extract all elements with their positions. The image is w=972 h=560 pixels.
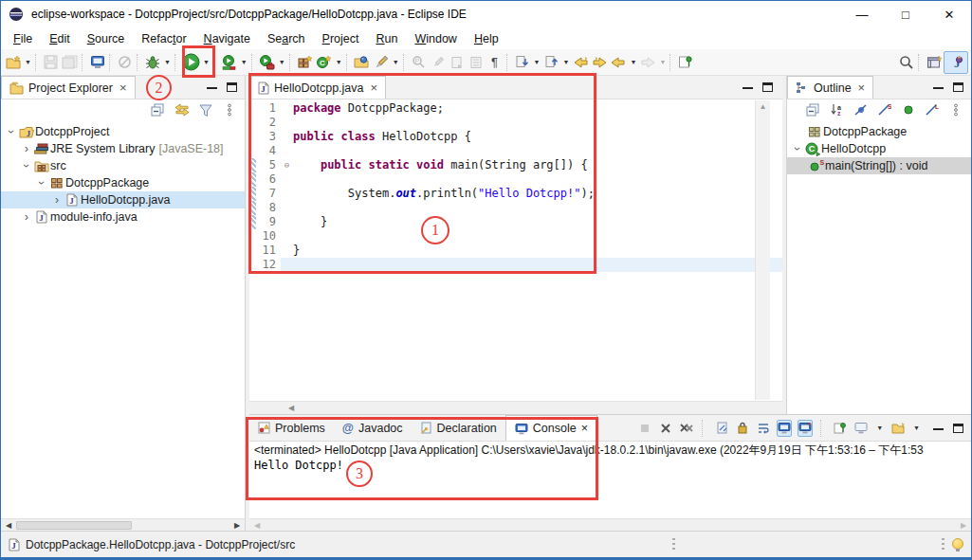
search-pen-button[interactable] — [372, 51, 391, 74]
chevron-right-icon[interactable]: › — [20, 144, 33, 154]
chevron-right-icon[interactable]: › — [20, 212, 33, 222]
window-maximize-button[interactable]: □ — [884, 1, 927, 27]
close-icon[interactable]: × — [581, 422, 588, 435]
tree-item-src[interactable]: › src — [1, 157, 245, 174]
code-line[interactable]: 2 — [249, 116, 782, 130]
collapse-all-button[interactable] — [150, 102, 166, 118]
code-line[interactable]: 6 — [249, 172, 782, 187]
chevron-down-icon[interactable]: › — [22, 159, 31, 172]
console-output[interactable]: Hello Dotcpp! — [249, 458, 971, 518]
tree-item-jre-system-library[interactable]: › JRE System Library [JavaSE-18] — [1, 140, 245, 157]
scroll-up-icon[interactable]: ▲ — [756, 102, 770, 111]
tab-javadoc[interactable]: @ Javadoc — [334, 415, 412, 441]
last-edit-location-button[interactable] — [571, 51, 590, 74]
outline-item-main-method[interactable]: S main(String[]) : void — [787, 157, 971, 174]
close-icon[interactable]: × — [119, 81, 127, 95]
close-icon[interactable]: × — [858, 81, 866, 95]
open-console-button[interactable] — [890, 420, 906, 437]
tab-console[interactable]: Console × — [505, 415, 597, 441]
sort-button[interactable]: az — [829, 102, 845, 118]
previous-annotation-button[interactable] — [542, 51, 561, 74]
save-all-button[interactable] — [61, 51, 80, 74]
forward-dropdown[interactable]: ▼ — [659, 59, 666, 65]
menu-refactor[interactable]: Refactor — [133, 29, 194, 48]
coverage-button[interactable] — [220, 51, 239, 74]
debug-button[interactable] — [143, 51, 162, 74]
link-with-editor-button[interactable] — [174, 102, 190, 118]
scroll-left-icon[interactable]: ◀ — [249, 521, 265, 530]
open-console-button[interactable] — [88, 51, 107, 74]
code-line[interactable]: 7 System.out.println("Hello Dotcpp!"); — [249, 187, 782, 201]
skip-breakpoints-button[interactable] — [116, 51, 135, 74]
show-whitespace-button[interactable]: ¶ — [486, 51, 504, 74]
search-pen-dropdown[interactable]: ▼ — [393, 59, 399, 65]
word-wrap-button[interactable] — [756, 420, 771, 437]
console-hscrollbar[interactable]: ◀ ▶ — [249, 518, 971, 531]
remove-all-terminated-button[interactable] — [679, 420, 694, 437]
code-line[interactable]: 11} — [249, 244, 782, 258]
pin-console-button[interactable] — [833, 420, 848, 437]
menu-file[interactable]: File — [5, 29, 41, 48]
forward-button[interactable] — [638, 51, 657, 74]
code-line[interactable]: 9 } — [249, 215, 782, 229]
format-button[interactable] — [429, 51, 448, 74]
profile-dropdown[interactable]: ▼ — [279, 59, 285, 65]
editor-tab-hellodotcpp[interactable]: J HelloDotcpp.java × — [249, 76, 386, 99]
tree-item-dotcppproject[interactable]: › J DotcppProject — [1, 123, 245, 140]
scroll-left-icon[interactable]: ◀ — [1, 521, 16, 530]
debug-dropdown[interactable]: ▼ — [164, 59, 171, 65]
maximize-view-button[interactable] — [227, 82, 237, 92]
hide-static-button[interactable]: S — [876, 102, 892, 118]
open-perspective-button[interactable] — [925, 51, 944, 74]
new-java-class-dropdown[interactable]: ▼ — [336, 59, 342, 65]
run-button[interactable] — [181, 51, 201, 74]
chevron-down-icon[interactable]: › — [7, 125, 16, 138]
back-button[interactable] — [609, 51, 628, 74]
next-annotation-dropdown[interactable]: ▼ — [534, 59, 541, 65]
search-button[interactable] — [897, 51, 916, 74]
back-dropdown[interactable]: ▼ — [630, 59, 636, 65]
hide-local-types-button[interactable]: L — [924, 102, 940, 118]
run-dropdown[interactable]: ▼ — [203, 59, 210, 65]
pin-editor-button[interactable] — [676, 51, 695, 74]
menu-source[interactable]: Source — [79, 29, 134, 48]
new-java-package-button[interactable] — [296, 51, 315, 74]
mark-occurrences-button[interactable]: P — [410, 51, 429, 74]
tree-item-module-info-java[interactable]: › J module-info.java — [1, 208, 245, 226]
collapse-all-button[interactable] — [805, 102, 821, 118]
code-line[interactable]: 1package DotcppPackage; — [249, 101, 782, 116]
save-button[interactable] — [42, 51, 61, 74]
outline-item-hellodotcpp[interactable]: › C HelloDotcpp — [787, 140, 971, 157]
show-on-stderr-button[interactable]: * — [798, 420, 813, 437]
menu-help[interactable]: Help — [466, 29, 507, 48]
menu-edit[interactable]: Edit — [41, 29, 79, 48]
clear-console-button[interactable] — [714, 420, 729, 437]
chevron-right-icon[interactable]: › — [50, 195, 64, 205]
profile-button[interactable] — [258, 51, 277, 74]
maximize-view-button[interactable] — [953, 82, 963, 92]
view-menu-button[interactable] — [947, 102, 963, 118]
minimize-view-button[interactable] — [207, 85, 217, 89]
code-line[interactable]: 5⊖ public static void main(String arg[])… — [249, 158, 782, 172]
hide-non-public-button[interactable] — [900, 102, 916, 118]
forward-edit-location-button[interactable] — [590, 51, 609, 74]
next-annotation-button[interactable] — [513, 51, 532, 74]
code-line[interactable]: 12 — [249, 258, 782, 272]
lightbulb-icon[interactable] — [952, 538, 963, 550]
window-minimize-button[interactable]: — — [840, 1, 884, 27]
tree-item-dotcpppackage[interactable]: › DotcppPackage — [1, 174, 245, 191]
tree-item-hellodotcpp-java[interactable]: › J HelloDotcpp.java — [1, 191, 245, 208]
status-grip[interactable] — [672, 538, 675, 552]
show-outline-button[interactable] — [467, 51, 486, 74]
code-line[interactable]: 4 — [249, 144, 782, 158]
menu-run[interactable]: Run — [367, 29, 406, 48]
code-line[interactable]: 10 — [249, 229, 782, 244]
menu-navigate[interactable]: Navigate — [195, 29, 259, 48]
editor-vscrollbar[interactable]: ▲ — [755, 100, 770, 400]
fold-collapse-icon[interactable]: ⊖ — [281, 158, 293, 172]
close-icon[interactable]: × — [371, 81, 378, 95]
chevron-down-icon[interactable]: › — [793, 142, 802, 155]
minimize-editor-button[interactable] — [743, 85, 753, 89]
scroll-lock-button[interactable] — [735, 420, 750, 437]
terminate-button[interactable] — [637, 420, 652, 437]
